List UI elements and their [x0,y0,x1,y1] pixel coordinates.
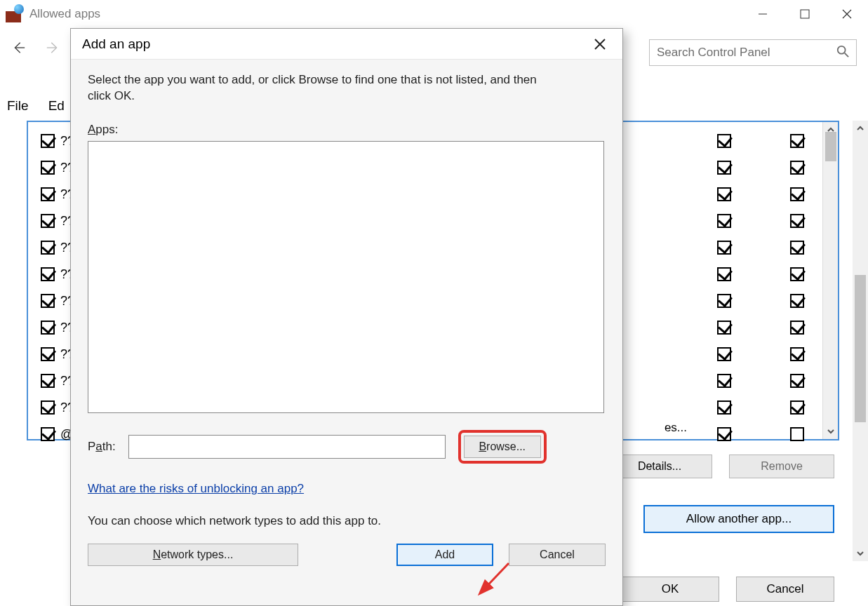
checkbox-icon[interactable] [41,134,55,148]
svg-line-7 [845,53,848,56]
menu-file[interactable]: File [7,98,29,114]
apps-label: Apps: [88,123,606,137]
private-checkbox[interactable] [717,374,731,388]
ok-button[interactable]: OK [621,577,719,602]
dialog-title: Add an app [82,36,150,52]
close-button[interactable] [826,0,868,28]
checkbox-icon[interactable] [41,347,55,361]
public-checkbox[interactable] [790,134,804,148]
path-row: Path: Browse... [88,430,606,464]
private-checkbox[interactable] [717,214,731,228]
checkbox-icon[interactable] [41,400,55,415]
window-controls [742,0,868,28]
checkbox-icon[interactable] [41,321,55,335]
search-icon [836,45,849,61]
menu-edit[interactable]: Ed [48,98,65,114]
private-checkbox[interactable] [717,321,731,335]
list-item[interactable]: @ [41,421,74,447]
row-text-fragment: es... [665,421,687,435]
checkbox-icon[interactable] [41,427,55,441]
maximize-button[interactable] [784,0,826,28]
parent-commit-buttons: OK Cancel [621,577,834,602]
private-checkbox[interactable] [717,134,731,148]
list-item[interactable]: ?? [41,154,74,181]
browse-button[interactable]: Browse... [464,436,541,458]
private-checkbox[interactable] [717,427,731,441]
column-checks [717,128,810,447]
private-checkbox[interactable] [717,241,731,255]
checkbox-icon[interactable] [41,294,55,308]
scroll-down-icon[interactable] [823,424,839,439]
list-item[interactable]: ?? [41,128,74,154]
checkbox-icon[interactable] [41,214,55,228]
apps-listbox[interactable] [88,141,604,413]
add-an-app-dialog: Add an app Select the app you want to ad… [70,28,623,606]
annotation-arrow-icon [474,560,516,606]
checkbox-icon[interactable] [41,374,55,388]
path-label: Path: [88,440,116,454]
page-scrollbar[interactable] [853,121,868,561]
cancel-button[interactable]: Cancel [736,577,834,602]
dialog-close-button[interactable] [589,33,611,55]
list-item[interactable]: ?? [41,234,74,261]
menubar: File Ed [7,98,65,114]
private-checkbox[interactable] [717,187,731,201]
private-checkbox[interactable] [717,294,731,308]
annotation-highlight: Browse... [458,430,547,464]
minimize-button[interactable] [742,0,784,28]
public-checkbox[interactable] [790,214,804,228]
network-types-button[interactable]: Network types... [88,544,298,566]
dialog-body: Select the app you want to add, or click… [71,60,622,605]
list-rows: ?? ?? ?? ?? ?? ?? ?? ?? ?? ?? ?? @ [41,128,74,447]
list-item[interactable]: ?? [41,394,74,421]
public-checkbox[interactable] [790,347,804,361]
dialog-cancel-button[interactable]: Cancel [509,544,606,566]
nav-forward-button[interactable] [42,36,65,59]
scrollbar-thumb[interactable] [855,275,866,422]
list-item[interactable]: ?? [41,288,74,314]
public-checkbox[interactable] [790,161,804,175]
list-item[interactable]: ?? [41,181,74,208]
dialog-bottom-row: Network types... Add Cancel [88,544,606,566]
public-checkbox[interactable] [790,374,804,388]
private-checkbox[interactable] [717,400,731,415]
add-button[interactable]: Add [396,544,493,566]
private-checkbox[interactable] [717,161,731,175]
private-checkbox[interactable] [717,267,731,281]
public-checkbox[interactable] [790,321,804,335]
scrollbar-thumb[interactable] [825,132,836,161]
public-checkbox[interactable] [790,427,804,441]
list-item[interactable]: ?? [41,341,74,368]
scroll-down-icon[interactable] [853,546,868,561]
firewall-icon [6,6,22,22]
window-title: Allowed apps [29,7,100,21]
list-item[interactable]: ?? [41,368,74,394]
dialog-titlebar: Add an app [71,29,622,60]
remove-button[interactable]: Remove [729,454,834,478]
allow-another-app-button[interactable]: Allow another app... [643,505,834,533]
list-item[interactable]: ?? [41,208,74,234]
search-placeholder: Search Control Panel [657,46,770,60]
network-types-text: You can choose which network types to ad… [88,514,606,528]
svg-line-10 [481,563,509,593]
dialog-instruction: Select the app you want to add, or click… [88,72,551,105]
checkbox-icon[interactable] [41,267,55,281]
public-checkbox[interactable] [790,187,804,201]
public-checkbox[interactable] [790,267,804,281]
path-input[interactable] [128,435,446,459]
list-item[interactable]: ?? [41,314,74,341]
list-scrollbar[interactable] [822,122,838,439]
list-action-buttons: Details... Remove [607,454,834,478]
public-checkbox[interactable] [790,400,804,415]
risks-link[interactable]: What are the risks of unblocking an app? [88,482,304,496]
search-input[interactable]: Search Control Panel [649,39,857,66]
checkbox-icon[interactable] [41,187,55,201]
private-checkbox[interactable] [717,347,731,361]
list-item[interactable]: ?? [41,261,74,288]
checkbox-icon[interactable] [41,161,55,175]
public-checkbox[interactable] [790,241,804,255]
nav-back-button[interactable] [7,36,29,59]
public-checkbox[interactable] [790,294,804,308]
checkbox-icon[interactable] [41,241,55,255]
scroll-up-icon[interactable] [853,121,868,136]
